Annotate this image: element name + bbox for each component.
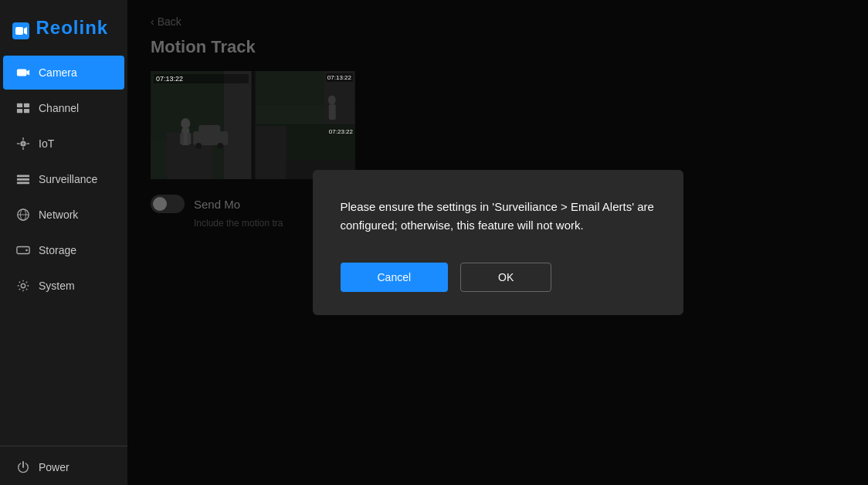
surveillance-icon: [15, 171, 31, 187]
reolink-logo-icon: [12, 22, 29, 39]
sidebar-item-storage-label: Storage: [39, 244, 76, 256]
sidebar-item-system[interactable]: System: [3, 269, 124, 303]
svg-rect-15: [17, 175, 29, 177]
svg-rect-5: [17, 103, 22, 107]
main-content: ‹ Back Motion Track: [127, 0, 868, 485]
sidebar-item-iot[interactable]: IoT: [3, 127, 124, 161]
timestamp-top-right: 07:13:22: [326, 73, 353, 82]
storage-icon: [15, 242, 31, 258]
sidebar-item-surveillance-label: Surveillance: [39, 173, 97, 185]
cancel-button[interactable]: Cancel: [341, 263, 449, 292]
system-icon: [15, 278, 31, 293]
iot-icon: [15, 136, 31, 151]
sidebar-bottom: Power: [0, 446, 127, 485]
svg-point-10: [22, 142, 25, 145]
channel-icon: [15, 100, 31, 116]
svg-rect-1: [15, 27, 23, 35]
timestamp-bottom-right: 07:23:22: [329, 128, 353, 135]
modal-message: Please ensure the settings in 'Surveilia…: [341, 198, 656, 235]
sidebar-item-power[interactable]: Power: [3, 450, 124, 484]
app-logo-text: Reolink: [36, 17, 108, 38]
svg-rect-17: [17, 181, 29, 184]
sidebar-item-network-label: Network: [39, 209, 78, 221]
sidebar-item-iot-label: IoT: [39, 137, 54, 150]
sidebar-item-camera[interactable]: Camera: [3, 56, 124, 90]
svg-rect-6: [24, 103, 29, 107]
power-icon: [15, 460, 31, 475]
svg-point-22: [25, 249, 28, 251]
sidebar-item-power-label: Power: [39, 461, 70, 473]
svg-marker-4: [27, 70, 30, 75]
sidebar-item-channel-label: Channel: [39, 102, 79, 114]
modal-dialog: Please ensure the settings in 'Surveilia…: [313, 170, 683, 315]
sidebar-item-camera-label: Camera: [39, 66, 77, 79]
svg-rect-8: [24, 109, 29, 113]
camera-icon: [15, 65, 31, 80]
logo-area: Reolink: [0, 8, 127, 55]
modal-buttons: Cancel OK: [341, 263, 656, 292]
svg-point-23: [21, 283, 25, 287]
timestamp-left: 07:13:22: [154, 74, 249, 83]
network-icon: [15, 207, 31, 222]
sidebar-item-channel[interactable]: Channel: [3, 91, 124, 125]
sidebar-item-storage[interactable]: Storage: [3, 233, 124, 267]
sidebar: Reolink Camera Channel: [0, 0, 127, 485]
sidebar-item-network[interactable]: Network: [3, 198, 124, 232]
sidebar-item-system-label: System: [39, 280, 75, 292]
ok-button[interactable]: OK: [460, 263, 551, 292]
modal-overlay: Please ensure the settings in 'Surveilia…: [127, 0, 868, 485]
svg-rect-3: [17, 69, 27, 76]
svg-rect-7: [17, 109, 22, 113]
sidebar-item-surveillance[interactable]: Surveillance: [3, 162, 124, 196]
svg-rect-16: [17, 178, 29, 181]
